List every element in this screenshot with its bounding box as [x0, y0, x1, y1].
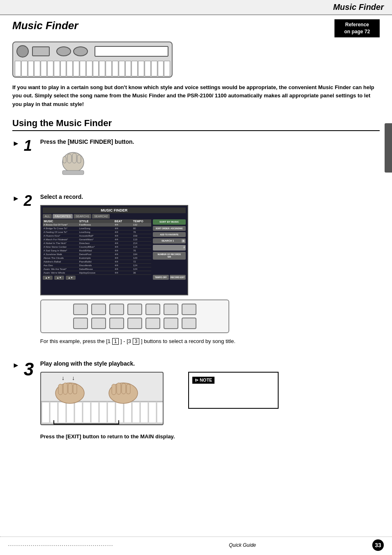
white-key [86, 61, 92, 76]
svg-rect-26 [68, 383, 72, 394]
svg-rect-31 [127, 384, 130, 394]
row-music: Ass Doo [44, 264, 78, 267]
list-row[interactable]: A Sunshine Walk DetroitPool 4/4 194 [43, 253, 151, 256]
step-arrow-3: ► [12, 361, 20, 370]
keyboard-device [12, 41, 173, 78]
screen-nav-row: ▲▼ ▲▼ ▲▼ [43, 276, 151, 280]
strip-btn-bottom[interactable] [145, 318, 160, 329]
list-row[interactable]: Above The Clouds Eustomple 4/4 120 [43, 256, 151, 260]
strip-btn-bottom[interactable] [91, 318, 106, 329]
svg-rect-7 [42, 402, 49, 423]
add-to-favorite-btn[interactable]: ADD TO FAVORITE [153, 232, 186, 237]
white-key [47, 61, 53, 76]
col-beat: BEAT [115, 220, 131, 223]
list-row[interactable]: A Bridge To Cross To* LoveSong 4/4 80 [43, 227, 151, 230]
strip-btn-top[interactable] [73, 304, 88, 315]
strip-btn-top[interactable] [91, 304, 106, 315]
reference-line2: on page 72 [339, 28, 376, 35]
strip-btn-bottom[interactable] [127, 318, 142, 329]
row-style: RockBAllad [79, 249, 114, 252]
row-beat: 4/4 [115, 227, 132, 230]
screen-tab-search2[interactable]: SEARCH2 [92, 214, 110, 219]
svg-rect-24 [58, 384, 62, 395]
white-key [151, 61, 157, 76]
strip-btn-bottom[interactable] [109, 318, 124, 329]
row-beat: 4/4 [115, 260, 132, 263]
strip-btn-top[interactable] [182, 304, 196, 315]
strip-btn-group-4 [127, 304, 142, 329]
music-finder-screen: MUSIC FINDER ALL FAVORITES SEARCH1 SEARC… [40, 205, 188, 295]
strip-btn-top[interactable] [109, 304, 124, 315]
white-key [28, 61, 34, 76]
screen-tabs: ALL FAVORITES SEARCH1 SEARCH2 [43, 214, 186, 219]
strip-btn-bottom[interactable] [164, 318, 178, 329]
list-row[interactable]: A Bossa Out Of Tune* FastBossa 4/4 132 [43, 223, 151, 227]
search2-btn[interactable]: 2 [153, 245, 186, 250]
row-tempo: 76 [133, 231, 150, 233]
row-tempo: 132 [133, 223, 150, 226]
svg-rect-4 [77, 155, 81, 163]
svg-rect-2 [67, 154, 71, 163]
strip-btn-top[interactable] [145, 304, 160, 315]
row-tempo: 124 [133, 264, 150, 267]
strip-btn-top[interactable] [164, 304, 178, 315]
row-tempo: 110 [133, 238, 150, 241]
step-3-content: Play along with the style playback. [40, 360, 380, 440]
keyboard-oval-buttons [56, 46, 88, 56]
row-beat: 4/4 [115, 235, 132, 237]
white-key [158, 61, 164, 76]
list-row[interactable]: A Fluevro Kics* AcousticBall* 4/4 159 [43, 234, 151, 238]
row-beat: 4/4 [115, 223, 132, 226]
white-key [106, 61, 112, 76]
svg-rect-21 [157, 402, 164, 423]
row-tempo: 76 [133, 249, 150, 252]
bracket-num-1: 1 [112, 338, 119, 345]
example-text: For this example, press the [1 1 ] - [3 … [40, 338, 380, 345]
list-row[interactable]: Asain: We Are Teset* SalseBlouse 4/4 124 [43, 267, 151, 271]
sort-order-btn[interactable]: SORT ORDER: ASCENDING [153, 226, 186, 231]
row-style: HipHopGroove [79, 272, 114, 274]
row-music: Above The Clouds [44, 257, 78, 259]
row-tempo: 120 [133, 257, 150, 259]
list-row[interactable]: A Nickel In The Nick* DixieJazz 4/4 214 [43, 242, 151, 245]
keyboard-keys [13, 61, 172, 76]
list-row[interactable]: A Nine Stone Conber CountryBBon* 4/4 115 [43, 245, 151, 249]
svg-rect-16 [116, 402, 123, 423]
sort-by-music-btn[interactable]: SORT BY MUSIC [153, 219, 186, 225]
row-style: DetroitPool [79, 253, 114, 256]
page-footer: • • • • • • • • • • • • • • • • • • • • … [0, 537, 392, 551]
screen-tab-all[interactable]: ALL [43, 214, 52, 219]
nav-down-btn[interactable]: ▲▼ [54, 276, 64, 280]
exit-instruction: Press the [EXIT] button to return to the… [40, 433, 380, 440]
list-row[interactable]: Asain: We're Whole HipHopGroove 4/4 36 [43, 271, 151, 275]
list-row[interactable]: A Feeling Of Love To* LoveSong 4/4 76 [43, 230, 151, 234]
row-style: AcousticBall* [79, 235, 114, 237]
tempo-off-btn[interactable]: TEMPO OFF [153, 275, 169, 280]
strip-btn-bottom[interactable] [73, 318, 88, 329]
nav-up-btn[interactable]: ▲▼ [43, 276, 53, 280]
svg-rect-10 [67, 402, 74, 423]
nav-page-btn[interactable]: ▲▼ [66, 276, 76, 280]
record-edit-btn[interactable]: RECORD EDIT [170, 275, 186, 280]
strip-btn-top[interactable] [127, 304, 142, 315]
list-row[interactable]: A March For Flödetok* GerankMars* 4/4 11… [43, 238, 151, 242]
step-1-instruction: Press the [MUSIC FINDER] button. [40, 138, 380, 145]
strip-btn-bottom[interactable] [182, 318, 196, 329]
list-row[interactable]: Ass Doo Discollends 4/4 124 [43, 264, 151, 267]
screen-tab-favorites[interactable]: FAVORITES [53, 214, 73, 219]
svg-rect-27 [73, 384, 77, 394]
list-row[interactable]: Adeline's Ballad PianoBallid 4/4 72 [43, 260, 151, 264]
row-music: A Sad Sang In Wake* [44, 249, 78, 252]
row-music: Adeline's Ballad [44, 260, 78, 263]
button-strip [40, 299, 380, 333]
keyboard-display [32, 46, 50, 56]
search1-btn[interactable]: SEARCH 1 1 [153, 238, 186, 244]
strip-btn-group-2 [91, 304, 106, 329]
screen-tab-search1[interactable]: SEARCH1 [74, 214, 91, 219]
white-key [112, 61, 118, 76]
white-key [80, 61, 86, 76]
list-row[interactable]: A Sad Sang In Wake* RockBAllad 4/4 76 [43, 249, 151, 253]
row-tempo: 36 [133, 272, 150, 274]
svg-rect-30 [122, 383, 126, 394]
svg-text:↓: ↓ [72, 375, 75, 381]
